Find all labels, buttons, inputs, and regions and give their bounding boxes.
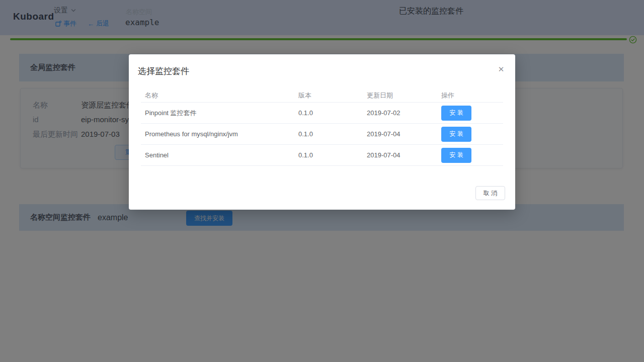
table-row: Sentinel 0.1.0 2019-07-04 安 装 <box>141 145 503 166</box>
col-header-name: 名称 <box>141 91 294 100</box>
install-button[interactable]: 安 装 <box>441 106 471 121</box>
select-suite-dialog: 选择监控套件 ✕ 名称 版本 更新日期 操作 Pinpoint 监控套件 0.1… <box>129 54 515 210</box>
suite-version: 0.1.0 <box>294 109 363 117</box>
cancel-button[interactable]: 取 消 <box>475 186 505 200</box>
col-header-action: 操作 <box>437 91 503 100</box>
suite-name: Prometheus for mysql/nginx/jvm <box>141 130 294 138</box>
table-row: Pinpoint 监控套件 0.1.0 2019-07-02 安 装 <box>141 103 503 124</box>
suite-version: 0.1.0 <box>294 130 363 138</box>
col-header-date: 更新日期 <box>363 91 437 100</box>
install-button[interactable]: 安 装 <box>441 148 471 163</box>
suite-name: Pinpoint 监控套件 <box>141 109 294 118</box>
col-header-version: 版本 <box>294 91 363 100</box>
suite-table: 名称 版本 更新日期 操作 Pinpoint 监控套件 0.1.0 2019-0… <box>141 88 503 166</box>
suite-name: Sentinel <box>141 151 294 159</box>
suite-date: 2019-07-02 <box>363 109 437 117</box>
install-button[interactable]: 安 装 <box>441 127 471 142</box>
dialog-title: 选择监控套件 <box>138 65 189 77</box>
suite-version: 0.1.0 <box>294 151 363 159</box>
suite-date: 2019-07-04 <box>363 130 437 138</box>
table-row: Prometheus for mysql/nginx/jvm 0.1.0 201… <box>141 124 503 145</box>
close-icon[interactable]: ✕ <box>496 64 506 74</box>
suite-date: 2019-07-04 <box>363 151 437 159</box>
table-header-row: 名称 版本 更新日期 操作 <box>141 88 503 103</box>
